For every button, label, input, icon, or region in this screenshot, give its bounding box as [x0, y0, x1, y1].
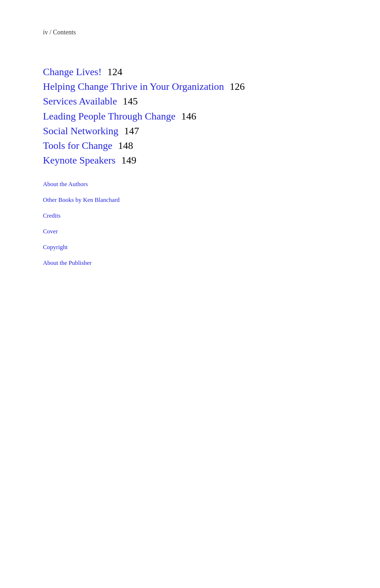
toc-row: Helping Change Thrive in Your Organizati…	[43, 79, 337, 93]
toc-page-number: 126	[230, 79, 245, 93]
toc-link[interactable]: Helping Change Thrive in Your Organizati…	[43, 79, 224, 93]
toc-row: Keynote Speakers149	[43, 153, 337, 167]
toc-row: Change Lives!124	[43, 65, 337, 79]
toc-row: Leading People Through Change146	[43, 109, 337, 123]
page-header: iv / Contents	[43, 29, 337, 36]
toc-row: Services Available145	[43, 94, 337, 108]
toc-standalone-link[interactable]: Cover	[43, 228, 337, 235]
toc-page-number: 145	[123, 94, 138, 108]
toc-standalone-link[interactable]: About the Publisher	[43, 259, 337, 267]
toc-page-number: 124	[107, 65, 122, 79]
toc-page-number: 146	[181, 109, 196, 123]
toc-page-number: 147	[124, 124, 139, 138]
toc-row: Tools for Change148	[43, 139, 337, 152]
toc-standalone-link[interactable]: Other Books by Ken Blanchard	[43, 196, 337, 204]
toc-page-number: 148	[118, 139, 133, 152]
toc-link[interactable]: Social Networking	[43, 124, 118, 138]
toc-link[interactable]: Tools for Change	[43, 139, 112, 152]
toc-row: Social Networking147	[43, 124, 337, 138]
toc-link[interactable]: Keynote Speakers	[43, 153, 116, 167]
toc-standalone-link[interactable]: About the Authors	[43, 181, 337, 188]
toc-link[interactable]: Change Lives!	[43, 65, 102, 79]
toc-section: Change Lives!124Helping Change Thrive in…	[43, 65, 337, 267]
toc-standalone-link[interactable]: Credits	[43, 212, 337, 219]
toc-link[interactable]: Services Available	[43, 94, 117, 108]
toc-standalone-link[interactable]: Copyright	[43, 244, 337, 251]
toc-page-number: 149	[121, 153, 136, 167]
toc-link[interactable]: Leading People Through Change	[43, 109, 175, 123]
